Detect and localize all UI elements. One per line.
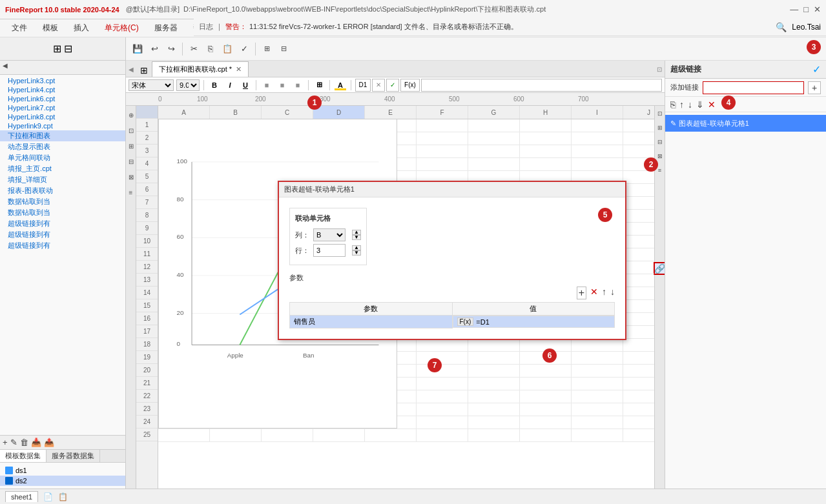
cell-j22[interactable]: [623, 390, 654, 403]
cell-i2[interactable]: [572, 132, 623, 145]
cell-j17[interactable]: [623, 326, 654, 339]
params-down-btn[interactable]: ↓: [610, 287, 615, 299]
cell-g22[interactable]: [468, 390, 520, 403]
params-row-1[interactable]: 销售员 F(x) =D1: [290, 316, 615, 328]
ds-tab-server[interactable]: 服务器数据集: [46, 450, 100, 462]
cell-i20[interactable]: [572, 365, 623, 378]
tab-left-arrow[interactable]: ◀: [126, 61, 136, 77]
cell-g18[interactable]: [468, 339, 520, 352]
cell-j20[interactable]: [623, 365, 654, 378]
cell-d25[interactable]: [313, 429, 365, 442]
cell-i19[interactable]: [572, 352, 623, 365]
formula-cell-ref[interactable]: D1: [355, 79, 371, 92]
cell-f19[interactable]: [417, 352, 468, 365]
cell-j10[interactable]: [623, 236, 654, 248]
row-spin-down[interactable]: ▼: [352, 250, 361, 256]
preview-chart-button[interactable]: ⊟: [276, 41, 291, 57]
right-side-icon-3[interactable]: ⊟: [654, 136, 665, 148]
cell-j14[interactable]: [623, 287, 654, 300]
underline-button[interactable]: U: [239, 79, 252, 91]
undo-button[interactable]: ↩: [147, 41, 162, 57]
file-item-cell-link[interactable]: 单元格间联动: [0, 152, 125, 163]
left-nav-collapse[interactable]: ◀: [0, 61, 10, 74]
cell-f2[interactable]: [417, 132, 468, 145]
link-tb-delete-btn[interactable]: ✕: [708, 99, 716, 110]
cell-j16[interactable]: [623, 313, 654, 326]
cell-j24[interactable]: [623, 416, 654, 429]
ds-export-btn[interactable]: 📤: [44, 438, 54, 447]
cut-button[interactable]: ✂: [186, 41, 201, 57]
side-icon-6[interactable]: ≡: [126, 186, 138, 199]
side-icon-5[interactable]: ⊠: [126, 170, 138, 183]
cell-j4[interactable]: [623, 158, 654, 171]
cell-j7[interactable]: [623, 197, 654, 210]
cell-g21[interactable]: [468, 378, 520, 390]
cell-j1[interactable]: [623, 119, 654, 132]
right-side-icon-4[interactable]: ⊠: [654, 150, 665, 163]
cell-j15[interactable]: [623, 300, 654, 313]
formula-cancel-btn[interactable]: ✕: [372, 79, 385, 92]
file-item-fillreport-main[interactable]: 填报_主页.cpt: [0, 163, 125, 174]
ds-edit-btn[interactable]: ✎: [10, 438, 17, 447]
params-add-btn[interactable]: +: [577, 287, 586, 299]
align-left-button[interactable]: ≡: [260, 79, 273, 91]
right-side-icon-5[interactable]: ≡: [654, 164, 665, 177]
cell-g24[interactable]: [468, 416, 520, 429]
cell-j25[interactable]: [623, 429, 654, 442]
font-family-select[interactable]: 宋体: [129, 79, 174, 91]
cell-i25[interactable]: [572, 429, 623, 442]
cell-a25[interactable]: [158, 429, 210, 442]
file-item-hyperlink7[interactable]: HyperLink7.cpt: [0, 103, 125, 112]
cell-g23[interactable]: [468, 403, 520, 416]
cell-j18[interactable]: [623, 339, 654, 352]
cell-i4[interactable]: [572, 158, 623, 171]
save-button[interactable]: 💾: [130, 41, 145, 57]
minimize-button[interactable]: —: [790, 5, 798, 14]
col-j[interactable]: J: [623, 106, 654, 119]
col-h[interactable]: H: [520, 106, 572, 119]
file-item-drill2[interactable]: 数据钻取到当: [0, 207, 125, 218]
italic-button[interactable]: I: [223, 79, 236, 91]
file-item-hyperlink-link3[interactable]: 超级链接到有: [0, 240, 125, 251]
cell-h4[interactable]: [520, 158, 572, 171]
link-tb-sort-btn[interactable]: ⇓: [696, 99, 704, 110]
file-item-report-chart[interactable]: 报表-图表联动: [0, 185, 125, 196]
cell-j2[interactable]: [623, 132, 654, 145]
col-i[interactable]: I: [572, 106, 623, 119]
cell-g4[interactable]: [468, 158, 520, 171]
left-toolbar-btn-1[interactable]: ⊞: [53, 43, 61, 55]
file-item-drill1[interactable]: 数据钻取到当: [0, 196, 125, 207]
params-up-btn[interactable]: ↑: [602, 287, 606, 299]
cell-h20[interactable]: [520, 365, 572, 378]
cell-j23[interactable]: [623, 403, 654, 416]
cell-i22[interactable]: [572, 390, 623, 403]
file-item-dropdown[interactable]: 下拉框和图表: [0, 130, 125, 141]
side-icon-1[interactable]: ⊕: [126, 108, 138, 121]
cell-f21[interactable]: [417, 378, 468, 390]
align-right-button[interactable]: ≡: [291, 79, 304, 91]
formula-confirm-btn[interactable]: ✓: [386, 79, 399, 92]
cell-j11[interactable]: [623, 248, 654, 261]
file-item-hyperlink6[interactable]: HyperLink6.cpt: [0, 94, 125, 103]
align-center-button[interactable]: ≡: [276, 79, 289, 91]
cell-i24[interactable]: [572, 416, 623, 429]
cell-g19[interactable]: [468, 352, 520, 365]
cell-g25[interactable]: [468, 429, 520, 442]
cell-f24[interactable]: [417, 416, 468, 429]
col-e[interactable]: E: [365, 106, 417, 119]
right-side-icon-1[interactable]: ⊡: [654, 107, 665, 120]
col-d[interactable]: D: [313, 106, 365, 119]
sheet-icon-1[interactable]: 📄: [43, 492, 53, 501]
cell-h25[interactable]: [520, 429, 572, 442]
menu-cell[interactable]: 单元格(C): [98, 21, 145, 35]
side-icon-2[interactable]: ⊡: [126, 124, 138, 137]
cell-j3[interactable]: [623, 145, 654, 158]
cell-i23[interactable]: [572, 403, 623, 416]
col-b[interactable]: B: [210, 106, 262, 119]
tab-main[interactable]: 下拉框和图表联动.cpt * ✕: [152, 61, 249, 77]
link-tb-down-btn[interactable]: ↓: [688, 99, 692, 110]
file-item-hyperlink9[interactable]: Hyperlink9.cpt: [0, 121, 125, 130]
col-c[interactable]: C: [262, 106, 313, 119]
params-delete-btn[interactable]: ✕: [590, 287, 598, 299]
link-tb-copy-btn[interactable]: ⎘: [670, 99, 676, 110]
